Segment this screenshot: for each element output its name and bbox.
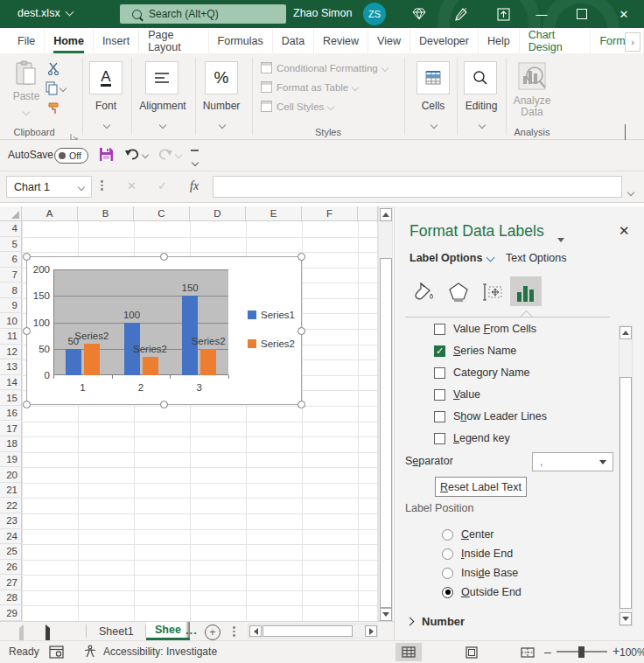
column-header-C[interactable]: C	[134, 206, 190, 221]
ribbon-tab-home[interactable]: Home	[45, 28, 94, 53]
user-avatar[interactable]: ZS	[363, 3, 386, 25]
row-header-22[interactable]: 22	[0, 498, 22, 513]
collapse-ribbon-button[interactable]	[625, 125, 626, 141]
pop-out-window-icon[interactable]	[495, 6, 511, 22]
formula-input[interactable]	[213, 176, 622, 198]
row-header-15[interactable]: 15	[0, 390, 22, 406]
row-header-19[interactable]: 19	[0, 452, 22, 468]
chart-resize-handle[interactable]	[160, 401, 168, 408]
font-group-button[interactable]: A	[89, 61, 122, 94]
page-break-preview-button[interactable]	[514, 643, 541, 661]
undo-button[interactable]	[124, 148, 148, 161]
checkbox-box[interactable]	[434, 367, 445, 379]
tab-text-options[interactable]: Text Options	[506, 252, 566, 264]
column-header-partial[interactable]	[358, 206, 378, 221]
radio-button[interactable]	[442, 587, 453, 598]
chart-resize-handle[interactable]	[298, 327, 305, 335]
draw-pen-icon[interactable]	[453, 6, 469, 22]
checkbox-category-name[interactable]: Category Name	[434, 366, 530, 379]
effects-icon-tab[interactable]	[443, 276, 474, 306]
cell-styles-button[interactable]: Cell Styles	[261, 101, 333, 112]
name-box[interactable]: Chart 1	[6, 176, 92, 198]
minimize-button[interactable]: —	[527, 0, 556, 28]
data-label[interactable]: Series2	[182, 336, 234, 346]
alignment-group-button[interactable]	[145, 61, 178, 94]
normal-view-button[interactable]	[396, 643, 422, 661]
reset-label-text-button[interactable]: Reset Label Text	[435, 477, 527, 497]
row-header-20[interactable]: 20	[0, 467, 22, 483]
grid-vertical-scrollbar[interactable]	[378, 206, 393, 621]
ribbon-tab-overflow-button[interactable]: ›	[625, 32, 640, 52]
sheet-tab-overflow[interactable]: ...	[186, 624, 198, 637]
row-header-17[interactable]: 17	[0, 422, 22, 437]
radio-outside-end[interactable]: Outside End	[442, 586, 522, 598]
checkbox-box[interactable]	[434, 389, 445, 401]
checkbox-box[interactable]	[434, 324, 445, 335]
radio-center[interactable]: Center	[442, 528, 494, 541]
editing-group-button[interactable]	[464, 61, 497, 94]
column-header-B[interactable]: B	[78, 206, 134, 221]
row-header-26[interactable]: 26	[0, 560, 22, 576]
row-header-21[interactable]: 21	[0, 483, 22, 499]
data-label[interactable]: 100	[106, 310, 158, 320]
checkbox-box[interactable]	[434, 433, 445, 444]
size-properties-icon-tab[interactable]	[477, 276, 508, 306]
scrollbar-thumb[interactable]	[620, 377, 632, 609]
document-title[interactable]: dest.xlsx	[18, 7, 73, 19]
checkbox-box[interactable]: ✓	[434, 345, 445, 357]
row-header-27[interactable]: 27	[0, 575, 22, 590]
data-label[interactable]: Series2	[66, 331, 118, 341]
column-header-A[interactable]: A	[22, 206, 78, 221]
accessibility-icon[interactable]	[83, 645, 97, 661]
expand-formula-bar-chevron-icon[interactable]	[628, 183, 634, 199]
row-header-24[interactable]: 24	[0, 529, 22, 545]
analyze-data-button[interactable]: AnalyzeData	[513, 60, 551, 118]
zoom-out-button[interactable]: –	[544, 645, 551, 659]
scroll-right-button[interactable]	[365, 625, 377, 637]
page-layout-view-button[interactable]	[458, 643, 485, 661]
row-header-4[interactable]: 4	[0, 221, 22, 237]
radio-button[interactable]	[442, 568, 453, 579]
row-header-18[interactable]: 18	[0, 436, 22, 452]
row-header-16[interactable]: 16	[0, 406, 22, 422]
ribbon-tab-data[interactable]: Data	[273, 28, 314, 53]
save-button[interactable]	[99, 147, 114, 165]
restore-button[interactable]	[567, 0, 597, 28]
format-as-table-button[interactable]: Format as Table	[261, 81, 358, 93]
chart-resize-handle[interactable]	[23, 253, 31, 261]
scroll-left-button[interactable]	[249, 625, 262, 637]
chart-bar-series2[interactable]	[200, 349, 216, 375]
ribbon-tab-insert[interactable]: Insert	[94, 28, 139, 53]
horizontal-scrollbar[interactable]	[248, 624, 378, 639]
separator-dropdown[interactable]: ,	[532, 452, 613, 471]
scrollbar-thumb[interactable]	[380, 258, 392, 608]
scroll-down-button[interactable]	[620, 612, 632, 625]
sheet-tab-sheet1[interactable]: Sheet1	[90, 622, 143, 640]
chart-resize-handle[interactable]	[298, 401, 305, 408]
ribbon-tab-help[interactable]: Help	[479, 28, 520, 53]
number-group-button[interactable]: %	[205, 61, 238, 94]
ribbon-tab-view[interactable]: View	[368, 28, 410, 53]
legend-item-series2[interactable]: Series2	[248, 338, 295, 349]
row-header-12[interactable]: 12	[0, 345, 22, 360]
row-header-11[interactable]: 11	[0, 329, 22, 345]
chart-bar-series1[interactable]	[66, 349, 81, 375]
checkbox-legend-key[interactable]: Legend key	[434, 432, 510, 444]
row-header-5[interactable]: 5	[0, 237, 22, 253]
cut-button[interactable]	[47, 62, 60, 79]
cancel-formula-icon[interactable]: ✕	[127, 179, 136, 192]
format-painter-button[interactable]	[47, 102, 61, 119]
user-name[interactable]: Zhao Simon	[293, 7, 352, 19]
redo-button[interactable]	[158, 148, 181, 161]
label-options-icon-tab[interactable]	[510, 276, 542, 306]
accessibility-status[interactable]: Accessibility: Investigate	[103, 646, 217, 658]
legend-item-series1[interactable]: Series1	[248, 310, 295, 320]
fill-line-icon-tab[interactable]	[408, 276, 439, 306]
radio-inside-end[interactable]: Inside End	[442, 548, 513, 560]
radio-button[interactable]	[442, 529, 453, 541]
chart-resize-handle[interactable]	[160, 253, 168, 261]
formula-bar-drag-handle[interactable]	[101, 180, 103, 191]
checkbox-value[interactable]: Value	[434, 388, 480, 401]
ribbon-tab-page-layout[interactable]: Page Layout	[139, 28, 208, 53]
ribbon-tab-chart-design[interactable]: Chart Design	[520, 28, 592, 53]
